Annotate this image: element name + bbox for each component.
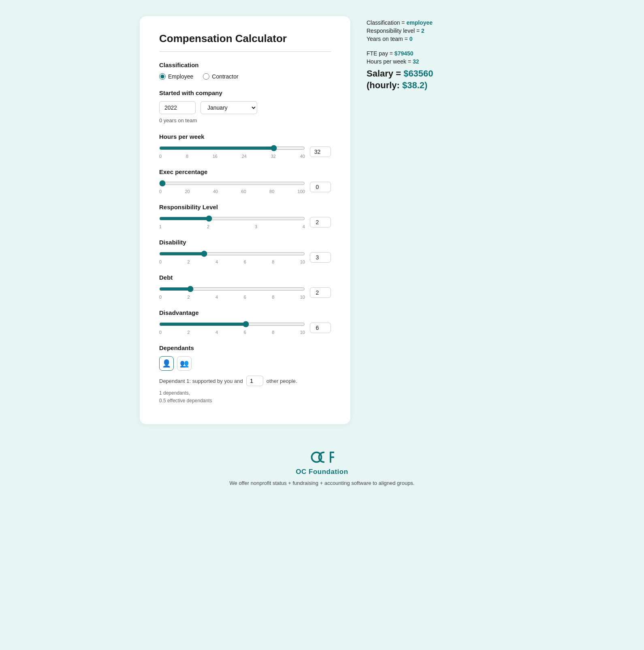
- hours-per-week-slider-wrap: 0 8 16 24 32 40: [159, 145, 305, 159]
- contractor-label: Contractor: [212, 73, 238, 80]
- debt-value-input[interactable]: [310, 287, 331, 298]
- hours-per-week-section: Hours per week 0 8 16 24 32 40: [159, 133, 331, 159]
- responsibility-level-section: Responsibility Level 1 2 3 4: [159, 204, 331, 229]
- exec-percentage-value-input[interactable]: [310, 182, 331, 192]
- card-title: Compensation Calculator: [159, 32, 331, 45]
- person-icon: 👤: [162, 359, 171, 368]
- dependants-label: Dependants: [159, 344, 331, 351]
- classification-radio-group: Employee Contractor: [159, 73, 331, 80]
- disadvantage-slider[interactable]: [159, 321, 305, 327]
- fte-summary-label: FTE pay =: [367, 50, 395, 57]
- ocf-logo-icon: [310, 448, 334, 466]
- started-with-company-label: Started with company: [159, 89, 331, 96]
- started-with-company-section: Started with company January February Ma…: [159, 89, 331, 123]
- hours-summary: Hours per week = 32: [367, 58, 504, 65]
- disability-slider-wrap: 0 2 4 6 8 10: [159, 251, 305, 264]
- exec-percentage-section: Exec percentage 0 20 40 60 80 100: [159, 168, 331, 194]
- month-select[interactable]: January February March April May June Ju…: [200, 101, 257, 114]
- salary-label: Salary =: [367, 68, 403, 79]
- compensation-calculator-card: Compensation Calculator Classification E…: [140, 16, 350, 424]
- hours-per-week-label: Hours per week: [159, 133, 331, 140]
- dependants-section: Dependants 👤 👥 Dependant 1: supported by…: [159, 344, 331, 405]
- year-input[interactable]: [159, 101, 196, 114]
- disability-slider[interactable]: [159, 251, 305, 257]
- responsibility-level-slider[interactable]: [159, 215, 305, 222]
- responsibility-level-slider-wrap: 1 2 3 4: [159, 215, 305, 229]
- footer-logo-name: OC Foundation: [296, 468, 348, 476]
- hourly-suffix: ): [424, 80, 427, 90]
- footer: OC Foundation We offer nonprofit status …: [230, 448, 415, 486]
- employee-radio[interactable]: [159, 73, 166, 80]
- hours-per-week-value-input[interactable]: [310, 147, 331, 157]
- dep-summary-line2: 0.5 effective dependants: [159, 397, 331, 405]
- dependant-count-input[interactable]: [246, 376, 263, 386]
- classification-summary-value: employee: [406, 19, 433, 26]
- responsibility-summary-value: 2: [421, 28, 424, 34]
- disability-section: Disability 0 2 4 6 8 10: [159, 239, 331, 264]
- years-summary: Years on team = 0: [367, 36, 504, 42]
- hours-per-week-slider[interactable]: [159, 145, 305, 151]
- responsibility-level-label: Responsibility Level: [159, 204, 331, 210]
- years-summary-label: Years on team =: [367, 36, 409, 42]
- employee-radio-option[interactable]: Employee: [159, 73, 193, 80]
- dep-summary-line1: 1 dependants,: [159, 389, 331, 397]
- debt-section: Debt 0 2 4 6 8 10: [159, 274, 331, 300]
- classification-label: Classification: [159, 62, 331, 68]
- disadvantage-section: Disadvantage 0 2 4 6 8 10: [159, 309, 331, 335]
- card-divider: [159, 51, 331, 52]
- employee-label: Employee: [168, 73, 193, 80]
- years-on-team-text: 0 years on team: [159, 117, 331, 123]
- footer-tagline: We offer nonprofit status + fundraising …: [230, 480, 415, 486]
- fte-summary: FTE pay = $79450: [367, 50, 504, 57]
- add-person-button[interactable]: 👥: [177, 356, 192, 371]
- exec-percentage-slider[interactable]: [159, 180, 305, 187]
- disability-value-input[interactable]: [310, 252, 331, 263]
- salary-value: $63560: [403, 68, 433, 79]
- contractor-radio-option[interactable]: Contractor: [203, 73, 238, 80]
- exec-percentage-label: Exec percentage: [159, 168, 331, 175]
- responsibility-level-value-input[interactable]: [310, 217, 331, 227]
- hourly-value: $38.2: [402, 80, 424, 90]
- classification-summary-label: Classification =: [367, 19, 406, 26]
- dependant-suffix-text: other people.: [267, 378, 297, 384]
- summary-panel: Classification = employee Responsibility…: [367, 16, 504, 91]
- responsibility-summary: Responsibility level = 2: [367, 28, 504, 34]
- hours-summary-value: 32: [413, 58, 419, 65]
- person-plus-icon: 👥: [180, 359, 189, 368]
- exec-percentage-slider-wrap: 0 20 40 60 80 100: [159, 180, 305, 194]
- classification-summary: Classification = employee: [367, 19, 504, 26]
- disadvantage-slider-wrap: 0 2 4 6 8 10: [159, 321, 305, 335]
- debt-slider-wrap: 0 2 4 6 8 10: [159, 286, 305, 300]
- dependant-prefix-text: Dependant 1: supported by you and: [159, 378, 243, 384]
- contractor-radio[interactable]: [203, 73, 209, 80]
- footer-logo: OC Foundation: [230, 448, 415, 476]
- disadvantage-value-input[interactable]: [310, 323, 331, 333]
- years-summary-value: 0: [409, 36, 413, 42]
- hours-summary-label: Hours per week =: [367, 58, 413, 65]
- debt-label: Debt: [159, 274, 331, 281]
- hourly-label: (hourly:: [367, 80, 402, 90]
- disadvantage-label: Disadvantage: [159, 309, 331, 316]
- single-person-button[interactable]: 👤: [159, 356, 174, 371]
- responsibility-summary-label: Responsibility level =: [367, 28, 421, 34]
- disability-label: Disability: [159, 239, 331, 246]
- dependant-summary: 1 dependants, 0.5 effective dependants: [159, 389, 331, 405]
- fte-summary-value: $79450: [395, 50, 414, 57]
- debt-slider[interactable]: [159, 286, 305, 292]
- salary-result: Salary = $63560 (hourly: $38.2): [367, 68, 504, 91]
